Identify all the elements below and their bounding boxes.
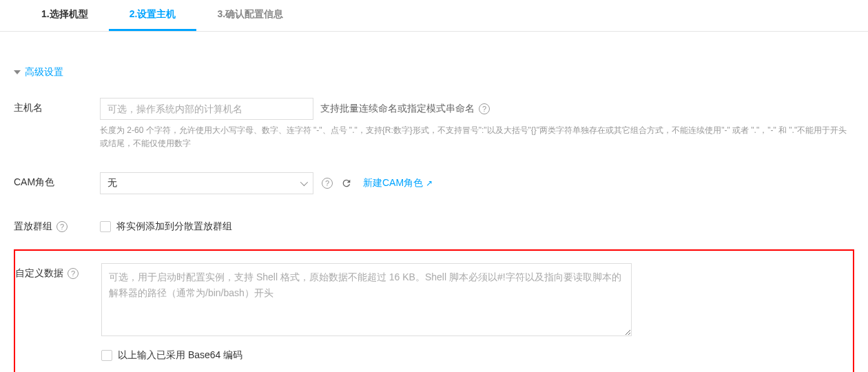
cam-role-row: CAM角色 无 ? 新建CAM角色 ↗ <box>14 167 854 200</box>
custom-data-row: 自定义数据 ? 以上输入已采用 Base64 编码 <box>15 258 853 367</box>
refresh-icon[interactable] <box>341 178 352 189</box>
placement-group-row: 置放群组 ? 将实例添加到分散置放群组 <box>14 211 854 238</box>
tab-step1[interactable]: 1.选择机型 <box>21 0 109 31</box>
placement-group-label: 置放群组 ? <box>14 216 100 233</box>
advanced-settings-toggle[interactable]: 高级设置 <box>14 32 854 92</box>
custom-data-label: 自定义数据 ? <box>15 263 101 280</box>
placement-group-checkbox-label: 将实例添加到分散置放群组 <box>116 220 232 233</box>
placement-group-checkbox[interactable] <box>100 221 111 232</box>
hostname-label: 主机名 <box>14 98 100 114</box>
hostname-description: 长度为 2-60 个字符，允许使用大小写字母、数字、连字符 "-"、点号 "."… <box>100 124 851 150</box>
hostname-row: 主机名 支持批量连续命名或指定模式串命名 ? 长度为 2-60 个字符，允许使用… <box>14 92 854 156</box>
help-icon[interactable]: ? <box>479 103 490 114</box>
custom-data-highlight: 自定义数据 ? 以上输入已采用 Base64 编码 <box>14 249 854 372</box>
hostname-input[interactable] <box>100 98 313 120</box>
help-icon[interactable]: ? <box>68 268 79 279</box>
help-icon[interactable]: ? <box>56 221 68 232</box>
cam-role-selected-value: 无 <box>107 177 117 189</box>
new-cam-role-link[interactable]: 新建CAM角色 ↗ <box>363 177 433 189</box>
tab-step3[interactable]: 3.确认配置信息 <box>196 0 304 31</box>
base64-checkbox-label: 以上输入已采用 Base64 编码 <box>118 349 242 362</box>
wizard-tabs: 1.选择机型 2.设置主机 3.确认配置信息 <box>0 0 868 32</box>
cam-role-label: CAM角色 <box>14 172 100 189</box>
advanced-settings-label: 高级设置 <box>25 66 63 79</box>
cam-role-select[interactable]: 无 <box>100 172 313 194</box>
new-cam-role-link-text: 新建CAM角色 <box>363 177 423 189</box>
chevron-down-icon <box>300 178 308 186</box>
base64-checkbox[interactable] <box>101 350 112 361</box>
help-icon[interactable]: ? <box>322 178 333 189</box>
triangle-down-icon <box>14 70 21 74</box>
hostname-hint: 支持批量连续命名或指定模式串命名 <box>320 103 475 115</box>
external-link-icon: ↗ <box>426 178 433 188</box>
tab-step2[interactable]: 2.设置主机 <box>109 0 197 31</box>
custom-data-textarea[interactable] <box>101 263 632 336</box>
